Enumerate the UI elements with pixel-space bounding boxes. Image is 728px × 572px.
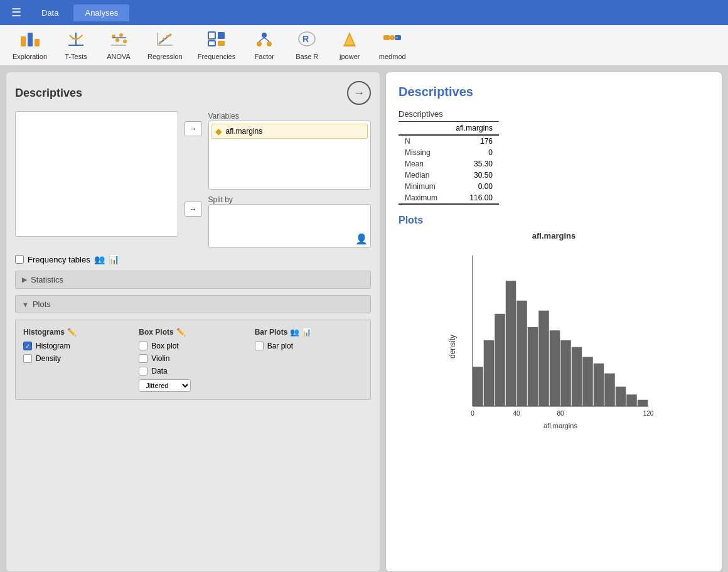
statistics-arrow-icon: ▶ <box>22 276 27 284</box>
box-plots-group: Box Plots ✏️ Box plot Violin Data <box>139 328 247 392</box>
frequencies-label: Frequencies <box>198 53 236 60</box>
move-to-splitby-button[interactable]: → <box>185 202 202 217</box>
right-panel: Descriptives Descriptives afl.margins N1… <box>386 72 722 571</box>
table-row-label: Minimum <box>399 181 446 192</box>
toolbar: Exploration T-Tests ANOVA <box>0 25 728 66</box>
svg-point-18 <box>169 34 171 36</box>
split-by-box[interactable]: 👤 <box>208 204 372 248</box>
factor-icon <box>254 30 274 51</box>
table-row-value: 0.00 <box>446 181 499 192</box>
frequency-tables-checkbox[interactable] <box>15 255 24 264</box>
svg-text:density: density <box>448 335 457 359</box>
frequency-bar-icon: 📊 <box>109 254 119 264</box>
box-plots-pencil-icon: ✏️ <box>176 328 186 337</box>
analyses-tab[interactable]: Analyses <box>73 4 129 21</box>
table-row-label: Maximum <box>399 192 446 204</box>
bar-plots-title: Bar Plots 👥 📊 <box>255 328 363 337</box>
violin-check-row: Violin <box>139 354 247 363</box>
svg-line-27 <box>264 38 269 41</box>
plots-result-title: Plots <box>399 215 709 226</box>
histogram-svg: density 0 40 80 120 afl.margins <box>447 243 661 444</box>
svg-text:40: 40 <box>513 410 520 417</box>
histogram-bar <box>593 364 604 406</box>
toolbar-frequencies[interactable]: Frequencies <box>191 28 242 63</box>
svg-text:80: 80 <box>557 410 564 417</box>
variables-section: → → Variables ◆ afl.margins Split by <box>15 111 371 248</box>
svg-rect-2 <box>35 39 40 46</box>
hamburger-button[interactable]: ☰ <box>6 3 26 22</box>
toolbar-exploration[interactable]: Exploration <box>6 28 53 63</box>
splitby-section: Split by 👤 <box>208 195 372 248</box>
main-content: Descriptives → → → Variables ◆ afl.margi… <box>0 66 728 572</box>
exploration-icon <box>20 30 40 51</box>
histogram-bar <box>527 327 538 406</box>
plot-variable-label: afl.margins <box>399 231 709 240</box>
density-check-row: Density <box>23 354 131 363</box>
svg-point-16 <box>163 38 165 40</box>
toolbar-base-r[interactable]: R Base R <box>287 28 327 63</box>
frequency-tables-label: Frequency tables <box>28 255 90 264</box>
svg-point-24 <box>257 41 262 46</box>
bar-plot-checkbox[interactable] <box>255 342 264 350</box>
histogram-bar <box>549 330 560 406</box>
move-to-variables-button[interactable]: → <box>185 121 202 136</box>
table-row-label: Mean <box>399 158 446 170</box>
regression-icon <box>155 30 175 51</box>
plots-section-row[interactable]: ▼ Plots <box>15 295 371 313</box>
histogram-bar <box>473 367 483 406</box>
box-plot-label: Box plot <box>151 342 178 350</box>
histogram-container: density 0 40 80 120 afl.margins <box>447 243 661 444</box>
histogram-bar <box>571 347 582 407</box>
plots-content: Histograms ✏️ ✓ Histogram Density <box>15 320 371 400</box>
frequency-person-icon: 👥 <box>94 254 105 264</box>
table-row-label: Missing <box>399 147 446 158</box>
data-check-row: Data <box>139 367 247 375</box>
histogram-bar <box>604 374 615 407</box>
svg-rect-19 <box>208 32 215 39</box>
histogram-check-row: ✓ Histogram <box>23 342 131 350</box>
result-subtitle: Descriptives <box>399 109 709 119</box>
jitter-select[interactable]: Jittered <box>139 379 191 392</box>
frequency-tables-row: Frequency tables 👥 📊 <box>15 254 371 264</box>
run-button[interactable]: → <box>347 81 371 105</box>
toolbar-t-tests[interactable]: T-Tests <box>56 28 96 63</box>
toolbar-anova[interactable]: ANOVA <box>99 28 139 63</box>
histogram-bar <box>495 314 505 406</box>
exploration-label: Exploration <box>13 53 47 60</box>
svg-rect-20 <box>218 32 225 39</box>
regression-label: Regression <box>147 53 183 60</box>
plots-grid: Histograms ✏️ ✓ Histogram Density <box>23 328 363 392</box>
source-variables-box[interactable] <box>15 111 178 237</box>
svg-rect-0 <box>21 36 26 46</box>
box-plot-checkbox[interactable] <box>139 342 147 350</box>
table-row-label: Median <box>399 170 446 181</box>
jpower-icon <box>340 30 360 51</box>
table-row-value: 30.50 <box>446 170 499 181</box>
svg-point-15 <box>159 41 161 44</box>
toolbar-regression[interactable]: Regression <box>141 28 189 63</box>
table-row-value: 35.30 <box>446 158 499 170</box>
histogram-bar <box>483 340 494 406</box>
density-checkbox[interactable] <box>23 354 32 363</box>
frequencies-icon <box>206 30 227 51</box>
data-tab[interactable]: Data <box>30 4 70 21</box>
variables-box[interactable]: ◆ afl.margins <box>208 121 372 190</box>
violin-checkbox[interactable] <box>139 354 147 363</box>
svg-point-8 <box>115 38 119 42</box>
svg-point-34 <box>390 35 395 40</box>
toolbar-medmod[interactable]: medmod <box>372 28 412 63</box>
svg-point-9 <box>119 33 123 37</box>
table-row-value: 0 <box>446 147 499 158</box>
data-checkbox[interactable] <box>139 367 147 375</box>
histogram-checkbox[interactable]: ✓ <box>23 342 32 350</box>
table-row-label: N <box>399 135 446 147</box>
variable-item-afl-margins[interactable]: ◆ afl.margins <box>211 124 368 139</box>
statistics-section-row[interactable]: ▶ Statistics <box>15 271 371 289</box>
svg-rect-21 <box>208 41 215 46</box>
box-plots-title: Box Plots ✏️ <box>139 328 247 337</box>
toolbar-factor[interactable]: Factor <box>244 28 284 63</box>
variable-name: afl.margins <box>226 127 263 136</box>
medmod-label: medmod <box>379 53 406 60</box>
svg-point-17 <box>166 35 169 38</box>
toolbar-jpower[interactable]: jpower <box>329 28 370 63</box>
